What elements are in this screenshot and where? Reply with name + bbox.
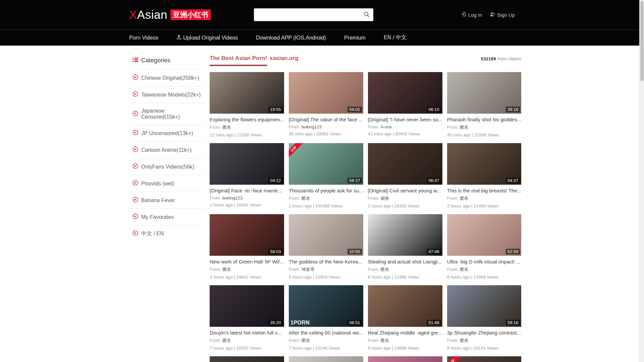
video-title[interactable]: 3p Shuangfei Zhejiang contrast... (447, 330, 522, 336)
video-card[interactable]: 04:02 [Original] The value of the face .… (289, 72, 363, 137)
sidebar-item-onlyfans-videos[interactable]: OnlyFans Videos(56k) (130, 158, 205, 175)
scrollbar-thumb[interactable] (640, 1, 644, 81)
video-thumbnail[interactable]: 52:59 (447, 214, 522, 256)
video-card[interactable] (289, 356, 363, 362)
video-title[interactable]: Exploring the flowers equipmen... (210, 117, 284, 122)
video-title[interactable]: After the ceiling 00 (national wo... (289, 330, 363, 336)
nav-porn-videos[interactable]: Porn Videos (129, 35, 158, 41)
video-title[interactable]: This is the real big breasts! The... (447, 188, 522, 193)
video-card[interactable]: VIP (447, 356, 522, 362)
video-thumbnail[interactable]: 39:16 (447, 72, 522, 114)
video-card[interactable]: 06:47 [Original] Civil servant young w..… (368, 143, 442, 208)
video-thumbnail[interactable]: 04:37 (447, 143, 522, 185)
search-button[interactable] (360, 8, 373, 21)
nav-download-app[interactable]: Download APP (IOS,Android) (256, 35, 326, 41)
video-thumbnail[interactable] (210, 356, 284, 362)
uploader-link[interactable]: 匿名 (460, 267, 469, 272)
video-title[interactable]: Real Zhejiang middle -aged gre... (368, 330, 442, 336)
video-thumbnail[interactable] (289, 356, 363, 362)
uploader-link[interactable]: 匿名 (381, 267, 389, 272)
video-meta: 6 hours ago | 21988 Views (368, 275, 442, 280)
video-card[interactable] (368, 356, 442, 362)
video-card[interactable]: 47:46 Stealing and actual shot Liangji..… (368, 214, 442, 280)
video-thumbnail[interactable]: 10:50 (289, 214, 363, 256)
search-input[interactable] (254, 8, 360, 21)
sidebar-item-banana-fever[interactable]: Banana Fever (130, 192, 205, 208)
video-card[interactable]: 10:50 The goddess of the New Korea... Fr… (289, 214, 363, 280)
video-thumbnail[interactable]: 35:20 (210, 285, 284, 327)
video-thumbnail[interactable]: 06:47 (368, 143, 442, 185)
video-title[interactable]: Stealing and actual shot Liangji... (368, 259, 442, 264)
video-card[interactable]: 52:59 Ultra -big D milk visual impact! .… (447, 214, 522, 280)
uploader-link[interactable]: 匿名 (302, 196, 310, 201)
video-thumbnail[interactable]: 51:48 (368, 285, 442, 327)
uploader-link[interactable]: buking123 (222, 195, 243, 200)
sidebar-item-taiwanese-models[interactable]: Taiwanese Models(22k+) (130, 86, 205, 103)
sidebar-item-pissvids[interactable]: Pissvids (wet) (130, 175, 205, 192)
video-thumbnail[interactable]: 59:16 (447, 285, 522, 327)
video-card[interactable]: 04:22 [Original] Face -to -face marrie..… (210, 143, 284, 208)
video-thumbnail[interactable]: 19:55 (210, 72, 284, 114)
video-title[interactable]: Ultra -big D milk visual impact! ... (447, 259, 522, 264)
video-card[interactable]: 35:20 Douyin's latest hot melon full v..… (210, 285, 284, 351)
login-label: Log In (468, 12, 482, 18)
signup-link[interactable]: Sign Up (490, 12, 515, 18)
uploader-link[interactable]: 匿名 (302, 338, 310, 343)
uploader-link[interactable]: 匿名 (222, 125, 231, 130)
login-link[interactable]: Log In (461, 12, 482, 18)
nav-language-toggle[interactable]: EN / 中文 (384, 34, 407, 41)
video-title[interactable]: [Original] The value of the face ... (289, 117, 363, 122)
video-thumbnail[interactable] (368, 356, 442, 362)
uploader-link[interactable]: 匿名 (460, 196, 469, 201)
video-title[interactable]: New work of Green Hat! 5P Wif... (210, 259, 284, 264)
video-card[interactable]: 1PORN 08:51 After the ceiling 00 (nation… (289, 285, 363, 351)
nav-upload-videos[interactable]: Upload Original Videos (176, 35, 238, 41)
uploader-link[interactable]: 匿名 (460, 338, 469, 343)
video-card[interactable]: 58:03 New work of Green Hat! 5P Wif... F… (210, 214, 284, 280)
uploader-link[interactable]: 袋茶 (381, 196, 389, 201)
video-thumbnail[interactable]: 04:22 (210, 143, 284, 185)
video-card[interactable]: 06:10 [Original] "I have never been so..… (368, 72, 442, 137)
video-card[interactable]: 51:48 Real Zhejiang middle -aged gre... … (368, 285, 442, 351)
video-thumbnail[interactable]: 04:02 (289, 72, 363, 114)
video-title[interactable]: Douyin's latest hot melon full v... (210, 330, 284, 336)
sidebar-item-my-favorates[interactable]: My Favorates (130, 208, 205, 225)
search-bar[interactable] (254, 8, 373, 21)
video-card[interactable] (210, 356, 284, 362)
uploader-link[interactable]: 匿名 (222, 267, 231, 272)
sidebar-item-language[interactable]: 中文 / EN (130, 225, 205, 242)
uploader-link[interactable]: A-sce (381, 124, 392, 129)
uploader-link[interactable]: buking123 (302, 124, 322, 129)
uploader-link[interactable]: 匿名 (460, 125, 469, 130)
video-title[interactable]: [Original] Face -to -face marrie... (210, 188, 284, 193)
uploader-link[interactable]: 坤发哥 (302, 267, 315, 272)
video-thumbnail[interactable]: 1PORN 08:51 (289, 285, 363, 327)
video-card[interactable]: 59:16 3p Shuangfei Zhejiang contrast... … (447, 285, 522, 351)
video-title[interactable]: Pharaoh finally shot his goddes... (447, 117, 522, 122)
video-card[interactable]: 39:16 Pharaoh finally shot his goddes...… (447, 72, 522, 137)
video-title[interactable]: [Original] Civil servant young w... (368, 188, 442, 193)
video-card[interactable]: 04:37 This is the real big breasts! The.… (447, 143, 522, 208)
category-label: Taiwanese Models(22k+) (141, 92, 201, 98)
site-logo[interactable]: XAsian 亚洲小红书 (129, 8, 211, 21)
video-thumbnail[interactable]: VIP (447, 356, 522, 362)
sidebar-item-cartoon-anime[interactable]: Cartoon Anime(11k+) (130, 141, 205, 158)
sidebar-item-jp-uncensored[interactable]: JP Uncensored(13k+) (130, 125, 205, 141)
from-label: From: (210, 267, 221, 272)
video-thumbnail[interactable]: 47:46 (368, 214, 442, 256)
uploader-link[interactable]: 匿名 (222, 338, 231, 343)
vip-badge: VIP (289, 143, 304, 159)
uploader-link[interactable]: 匿名 (381, 338, 389, 343)
sidebar-item-chinese-original[interactable]: Chinese Original(250k+) (130, 69, 205, 86)
video-thumbnail[interactable]: 58:03 (210, 214, 284, 256)
sidebar-item-japanese-censored[interactable]: Japanese Censored(15k+) (130, 103, 205, 125)
video-title[interactable]: The goddess of the New Korea... (289, 259, 363, 264)
video-card[interactable]: VIP 58:27 Thousands of people ask for su… (289, 143, 363, 208)
video-thumbnail[interactable]: 06:10 (368, 72, 442, 114)
video-card[interactable]: 19:55 Exploring the flowers equipmen... … (210, 72, 284, 137)
video-thumbnail[interactable]: VIP 58:27 (289, 143, 363, 185)
video-title[interactable]: [Original] "I have never been so... (368, 117, 442, 122)
nav-premium[interactable]: Premium (344, 35, 366, 41)
page-scrollbar[interactable] (639, 0, 644, 362)
video-title[interactable]: Thousands of people ask for su... (289, 188, 363, 193)
